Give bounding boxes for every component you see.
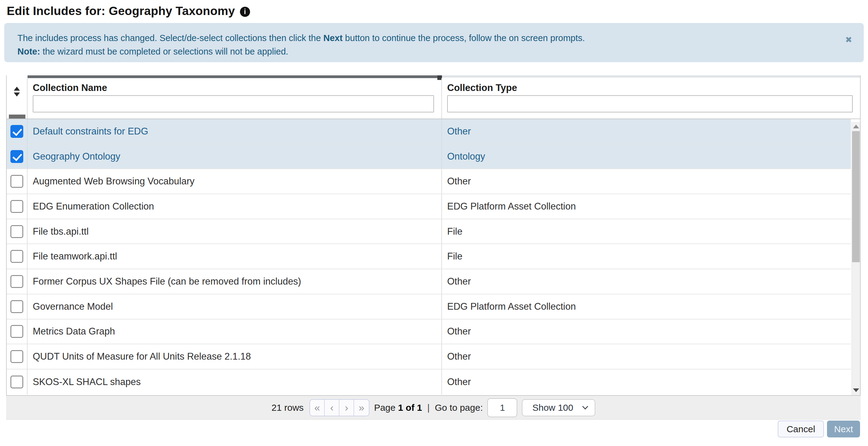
collection-type-cell: Other [442, 269, 851, 294]
row-count: 21 rows [272, 403, 304, 413]
select-column-header[interactable] [7, 78, 28, 119]
next-button[interactable]: Next [827, 421, 860, 438]
row-select-cell [7, 244, 28, 269]
row-checkbox[interactable] [10, 200, 23, 213]
collection-name-cell: QUDT Units of Measure for All Units Rele… [28, 344, 442, 369]
edit-includes-dialog: Edit Includes for: Geography Taxonomy i … [0, 0, 868, 446]
info-banner: The includes process has changed. Select… [4, 23, 864, 62]
row-checkbox[interactable] [10, 225, 23, 238]
row-checkbox[interactable] [10, 150, 23, 163]
column-header-collection-name[interactable]: Collection Name [28, 78, 442, 119]
close-icon[interactable]: ✖ [845, 33, 852, 47]
table-row[interactable]: Metrics Data Graph Other [7, 320, 851, 345]
row-select-cell [7, 320, 28, 344]
row-checkbox[interactable] [10, 325, 23, 338]
collection-name-cell: Geography Ontology [28, 144, 442, 169]
page-indicator: Page 1 of 1 [374, 403, 422, 413]
column-reorder-handle [9, 115, 25, 119]
pager: « ‹ › » [309, 399, 369, 416]
collection-type-filter-input[interactable] [447, 95, 853, 112]
table-row[interactable]: File tbs.api.ttl File [7, 219, 851, 244]
table-row[interactable]: Governance Model EDG Platform Asset Coll… [7, 294, 851, 320]
row-checkbox[interactable] [10, 175, 23, 188]
collection-name-cell: Default constraints for EDG [28, 119, 442, 144]
footer-separator: | [427, 403, 430, 413]
row-checkbox[interactable] [10, 300, 23, 313]
collection-type-cell: Other [442, 369, 851, 394]
banner-line-1: The includes process has changed. Select… [18, 31, 836, 45]
scrollbar-down-arrow-icon[interactable] [853, 388, 859, 392]
pagination-bar: 21 rows « ‹ › » Page 1 of 1 | Go to page… [6, 396, 861, 420]
table-row[interactable]: Default constraints for EDG Other [7, 119, 851, 144]
last-page-button[interactable]: » [354, 400, 369, 416]
collection-name-cell: Governance Model [28, 294, 442, 319]
first-page-button[interactable]: « [310, 400, 325, 416]
table-row[interactable]: Geography Ontology Ontology [7, 144, 851, 169]
collection-type-cell: Other [442, 119, 851, 144]
page-size-select[interactable]: Show 100 [522, 399, 595, 416]
table-row[interactable]: File teamwork.api.ttl File [7, 244, 851, 269]
banner-line-2: Note: the wizard must be completed or se… [18, 45, 836, 58]
table-row[interactable]: Augmented Web Browsing Vocabulary Other [7, 169, 851, 194]
column-resize-indicator [28, 76, 442, 78]
table-header-row: Collection Name Collection Type [7, 76, 860, 119]
table-body: Default constraints for EDG Other Geogra… [7, 119, 851, 394]
dialog-actions: Cancel Next [0, 420, 868, 438]
sort-up-arrow-icon [14, 87, 20, 91]
collection-type-cell: File [442, 219, 851, 244]
page-title: Edit Includes for: Geography Taxonomy [7, 4, 235, 18]
table-scrollbar[interactable] [851, 122, 860, 395]
collection-name-cell: Augmented Web Browsing Vocabulary [28, 169, 442, 194]
dialog-header: Edit Includes for: Geography Taxonomy i [0, 0, 868, 19]
row-select-cell [7, 144, 28, 169]
collection-type-cell: Other [442, 344, 851, 369]
row-checkbox[interactable] [10, 125, 23, 138]
table-row[interactable]: QUDT Units of Measure for All Units Rele… [7, 344, 851, 369]
row-select-cell [7, 119, 28, 144]
row-checkbox[interactable] [10, 350, 23, 363]
sort-icon[interactable] [14, 87, 20, 119]
collection-name-cell: SKOS-XL SHACL shapes [28, 369, 442, 394]
page-size-value: Show 100 [532, 403, 573, 413]
collection-name-header-label: Collection Name [33, 81, 434, 95]
goto-page-input[interactable] [487, 398, 517, 417]
row-select-cell [7, 269, 28, 294]
column-header-collection-type[interactable]: Collection Type [442, 78, 860, 119]
cancel-button[interactable]: Cancel [778, 421, 824, 438]
info-icon[interactable]: i [240, 7, 250, 17]
collection-name-cell: Former Corpus UX Shapes File (can be rem… [28, 269, 442, 294]
chevron-down-icon [582, 404, 588, 410]
collection-name-cell: File tbs.api.ttl [28, 219, 442, 244]
collection-type-header-label: Collection Type [447, 81, 853, 95]
collection-type-cell: Other [442, 169, 851, 194]
collection-name-cell: Metrics Data Graph [28, 320, 442, 344]
collection-type-cell: Ontology [442, 144, 851, 169]
table-row[interactable]: Former Corpus UX Shapes File (can be rem… [7, 269, 851, 294]
collection-type-cell: Other [442, 320, 851, 344]
row-select-cell [7, 219, 28, 244]
collection-name-cell: EDG Enumeration Collection [28, 194, 442, 219]
row-checkbox[interactable] [10, 275, 23, 288]
collection-type-cell: File [442, 244, 851, 269]
next-page-button[interactable]: › [339, 400, 354, 416]
row-checkbox[interactable] [10, 376, 23, 388]
row-select-cell [7, 194, 28, 219]
row-select-cell [7, 369, 28, 394]
table-top-border [442, 76, 860, 78]
goto-page-label: Go to page: [435, 403, 483, 413]
row-select-cell [7, 169, 28, 194]
row-select-cell [7, 344, 28, 369]
sort-down-arrow-icon [14, 92, 20, 96]
table-row[interactable]: EDG Enumeration Collection EDG Platform … [7, 194, 851, 219]
previous-page-button[interactable]: ‹ [325, 400, 339, 416]
collection-type-cell: EDG Platform Asset Collection [442, 294, 851, 319]
info-icon-glyph: i [244, 8, 246, 16]
scrollbar-thumb[interactable] [852, 131, 860, 262]
scrollbar-up-arrow-icon[interactable] [853, 125, 859, 128]
collections-table: Collection Name Collection Type Default … [6, 76, 861, 396]
row-checkbox[interactable] [10, 250, 23, 263]
collection-type-cell: EDG Platform Asset Collection [442, 194, 851, 219]
table-row[interactable]: SKOS-XL SHACL shapes Other [7, 369, 851, 394]
collection-name-cell: File teamwork.api.ttl [28, 244, 442, 269]
collection-name-filter-input[interactable] [33, 95, 434, 112]
